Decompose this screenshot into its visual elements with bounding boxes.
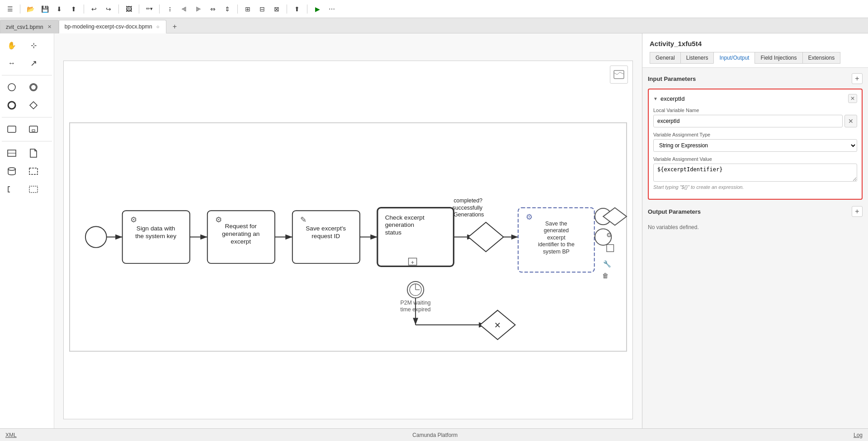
svg-text:Save the: Save the	[545, 220, 567, 227]
param-chevron: ▼	[653, 96, 658, 101]
svg-text:⚙: ⚙	[526, 213, 533, 221]
align-right-btn[interactable]: ⫸	[192, 3, 205, 15]
input-params-title: Input Parameters	[648, 75, 696, 82]
status-platform: Camunda Platform	[412, 432, 458, 438]
subprocess-tool[interactable]	[24, 121, 43, 137]
svg-rect-12	[29, 168, 38, 174]
add-input-param-btn[interactable]: +	[852, 73, 863, 84]
tab-zvit-label: zvit_csv1.bpmn	[6, 24, 43, 30]
var-assignment-value-group: Variable Assignment Value ${excerptIdent…	[653, 156, 857, 190]
sep6	[237, 5, 238, 14]
svg-text:✕: ✕	[494, 321, 501, 330]
download-btn[interactable]: ⬇	[53, 3, 66, 15]
distribute-h-btn[interactable]: ⇔	[207, 3, 219, 15]
tool-row-2: ↔ ↗	[2, 55, 52, 71]
table3-btn[interactable]: ⊠	[270, 3, 283, 15]
svg-text:⚙: ⚙	[215, 216, 222, 224]
tab-listeners[interactable]: Listeners	[680, 52, 714, 64]
save-btn[interactable]: 💾	[38, 3, 51, 15]
add-output-param-btn[interactable]: +	[852, 206, 863, 217]
tab-add-btn[interactable]: +	[168, 20, 181, 33]
svg-text:identifier to the: identifier to the	[538, 241, 575, 248]
table2-btn[interactable]: ⊟	[256, 3, 269, 15]
diagram-container[interactable]: ⚙ Sign data with the system key ⚙ Reques…	[63, 61, 633, 419]
tab-field-injections[interactable]: Field Injections	[755, 52, 802, 64]
svg-rect-13	[29, 186, 38, 192]
table-btn[interactable]: ⊞	[241, 3, 254, 15]
status-log[interactable]: Log	[854, 432, 863, 438]
svg-text:🔧: 🔧	[603, 260, 611, 268]
start-event-tool[interactable]	[2, 79, 22, 95]
tool-sep-3	[2, 141, 52, 141]
intermediate-event-tool[interactable]	[24, 79, 43, 95]
var-assignment-value-input[interactable]: ${excerptIdentifier}	[653, 164, 857, 182]
run-btn[interactable]: ▶	[311, 3, 324, 15]
end-event-tool[interactable]	[2, 97, 22, 113]
task-tool[interactable]	[2, 121, 22, 137]
status-xml[interactable]: XML	[5, 432, 17, 438]
undo-btn[interactable]: ↩	[88, 3, 100, 15]
param-card-close-btn[interactable]: ✕	[848, 94, 857, 103]
dotted-rect-tool[interactable]	[24, 181, 43, 197]
var-assignment-type-select[interactable]: String or Expression Script List Map	[653, 139, 857, 152]
var-assignment-type-group: Variable Assignment Type String or Expre…	[653, 132, 857, 152]
properties-panel: Activity_1xfu5t4 General Listeners Input…	[642, 33, 868, 428]
svg-point-11	[8, 168, 15, 170]
distribute-v-btn[interactable]: ⇕	[221, 3, 234, 15]
svg-text:Sign data with: Sign data with	[137, 225, 175, 232]
deploy-btn[interactable]: ⬆	[291, 3, 303, 15]
annotation-tool[interactable]	[2, 181, 22, 197]
gateway-tool[interactable]	[24, 97, 43, 113]
var-assignment-value-label: Variable Assignment Value	[653, 156, 857, 162]
main-area: ✋ ⊹ ↔ ↗	[0, 33, 868, 428]
local-var-name-clear-btn[interactable]: ✕	[844, 115, 857, 127]
tab-input-output[interactable]: Input/Output	[713, 52, 755, 64]
sep5	[159, 5, 160, 14]
lane-tool[interactable]	[2, 145, 22, 161]
data-store-tool[interactable]	[2, 163, 22, 179]
svg-text:excerpt: excerpt	[547, 235, 566, 241]
param-card-title: ▼ excerptId	[653, 95, 684, 102]
open-btn[interactable]: 📂	[24, 3, 37, 15]
data-object-tool[interactable]	[24, 145, 43, 161]
tab-bpmn-label: bp-modeling-excerpt-csv-docx.bpmn	[65, 23, 152, 30]
image-btn[interactable]: 🖼	[123, 3, 135, 15]
output-params-section-header: Output Parameters +	[648, 206, 863, 217]
svg-text:completed?: completed?	[453, 197, 482, 204]
align-left-btn[interactable]: ⫶	[163, 3, 176, 15]
tab-bpmn-close[interactable]: ○	[155, 23, 161, 30]
lasso-tool[interactable]: ⊹	[24, 37, 43, 53]
tab-extensions[interactable]: Extensions	[802, 52, 841, 64]
local-var-name-input[interactable]	[653, 115, 843, 127]
svg-point-2	[31, 84, 36, 90]
tab-zvit-close[interactable]: ✕	[46, 23, 53, 30]
connect-tool[interactable]: ↗	[24, 55, 43, 71]
redo-btn[interactable]: ↪	[102, 3, 115, 15]
props-tabs: General Listeners Input/Output Field Inj…	[650, 52, 861, 64]
menu-btn[interactable]: ☰	[4, 3, 16, 15]
svg-text:⚙: ⚙	[130, 216, 137, 224]
svg-point-3	[8, 102, 15, 109]
export-btn[interactable]: ⬆	[67, 3, 80, 15]
param-title-text: excerptId	[660, 95, 684, 102]
svg-text:request ID: request ID	[311, 233, 340, 239]
edit-dropdown-btn[interactable]: ✏▾	[143, 3, 156, 15]
canvas-area[interactable]: ⚙ Sign data with the system key ⚙ Reques…	[54, 33, 642, 428]
tab-zvit[interactable]: zvit_csv1.bpmn ✕	[0, 20, 59, 33]
align-center-btn[interactable]: ⫷	[178, 3, 190, 15]
more-btn[interactable]: ⋯	[326, 3, 338, 15]
tab-bpmn[interactable]: bp-modeling-excerpt-csv-docx.bpmn ○	[59, 20, 167, 33]
diagram-wrapper: ⚙ Sign data with the system key ⚙ Reques…	[64, 61, 632, 419]
hand-tool[interactable]: ✋	[2, 37, 22, 53]
svg-text:generated: generated	[544, 227, 569, 234]
main-toolbar: ☰ 📂 💾 ⬇ ⬆ ↩ ↪ 🖼 ✏▾ ⫶ ⫷ ⫸ ⇔ ⇕ ⊞ ⊟ ⊠ ⬆ ▶ ⋯	[0, 0, 868, 18]
props-title: Activity_1xfu5t4	[650, 40, 861, 47]
props-header: Activity_1xfu5t4 General Listeners Input…	[642, 33, 868, 68]
group-tool[interactable]	[24, 163, 43, 179]
space-tool[interactable]: ↔	[2, 55, 22, 71]
tool-row-7	[2, 163, 52, 179]
excerptid-param-card: ▼ excerptId ✕ Local Variable Name ✕ Vari…	[648, 89, 863, 200]
sep1	[20, 5, 20, 14]
minimap-icon[interactable]	[610, 66, 628, 84]
tab-general[interactable]: General	[650, 52, 680, 64]
